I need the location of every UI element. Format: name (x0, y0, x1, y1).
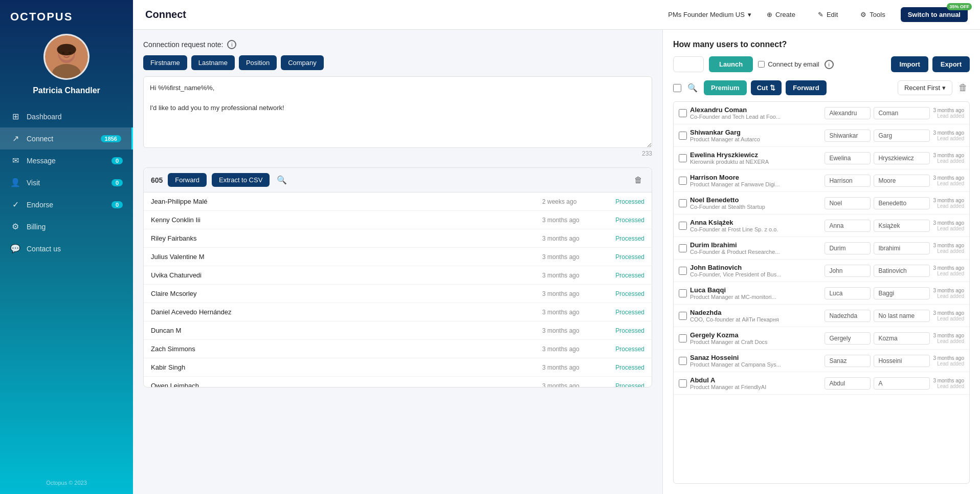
premium-filter-button[interactable]: Premium (704, 80, 747, 95)
lead-lastname-input[interactable] (874, 130, 930, 142)
lead-lastname-input[interactable] (874, 220, 930, 232)
list-item[interactable]: Duncan M 3 months ago Processed (144, 321, 652, 340)
plan-selector[interactable]: PMs Founder Medium US ▾ (668, 11, 751, 18)
lead-row[interactable]: Sanaz Hosseini Product Manager at Campan… (674, 350, 969, 372)
sidebar-item-billing[interactable]: ⚙ Billing (0, 216, 133, 238)
sidebar-item-endorse[interactable]: ✓ Endorse 0 (0, 194, 133, 216)
firstname-tag-button[interactable]: Firstname (143, 55, 187, 70)
sidebar-item-visit[interactable]: 👤 Visit 0 (0, 171, 133, 194)
switch-annual-button[interactable]: Switch to annual 35% OFF (901, 7, 968, 22)
lead-checkbox[interactable] (679, 267, 687, 275)
note-textarea[interactable]: Hi %%first_name%%, I'd like to add you t… (143, 76, 652, 148)
lead-row[interactable]: John Batinovich Co-Founder, Vice Preside… (674, 260, 969, 282)
lead-row[interactable]: Abdul A Product Manager at FriendlyAI 3 … (674, 372, 969, 395)
lead-lastname-input[interactable] (874, 197, 930, 209)
lead-lastname-input[interactable] (874, 355, 930, 367)
list-item[interactable]: Kenny Conklin Iii 3 months ago Processed (144, 211, 652, 229)
lead-firstname-input[interactable] (825, 265, 871, 277)
lead-checkbox[interactable] (679, 109, 687, 117)
recent-dropdown[interactable]: Recent First ▾ (898, 80, 952, 95)
list-item[interactable]: Riley Fairbanks 3 months ago Processed (144, 229, 652, 248)
lead-row[interactable]: Luca Baqqi Product Manager at MC-monitor… (674, 282, 969, 305)
lead-checkbox[interactable] (679, 312, 687, 320)
lead-lastname-input[interactable] (874, 107, 930, 119)
sidebar-item-contact[interactable]: 💬 Contact us (0, 238, 133, 260)
lead-firstname-input[interactable] (825, 355, 871, 367)
lead-lastname-input[interactable] (874, 332, 930, 345)
lead-row[interactable]: Anna Książek Co-Founder at Frost Line Sp… (674, 214, 969, 237)
forward-button[interactable]: Forward (168, 173, 207, 187)
extract-csv-button[interactable]: Extract to CSV (212, 173, 270, 187)
connect-by-email-checkbox[interactable] (758, 61, 765, 68)
lead-row[interactable]: Shiwankar Garg Product Manager at Autarc… (674, 124, 969, 147)
user-count-input[interactable] (673, 56, 704, 72)
connect-by-email-label[interactable]: Connect by email i (758, 60, 886, 69)
import-button[interactable]: Import (891, 56, 928, 72)
lead-checkbox[interactable] (679, 379, 687, 388)
lead-firstname-input[interactable] (825, 242, 871, 254)
lead-firstname-input[interactable] (825, 332, 871, 345)
lead-checkbox[interactable] (679, 222, 687, 230)
lead-firstname-input[interactable] (825, 197, 871, 209)
leads-delete-button[interactable]: 🗑 (956, 80, 970, 95)
lead-firstname-input[interactable] (825, 152, 871, 164)
note-info-icon[interactable]: i (227, 40, 236, 49)
create-button[interactable]: ⊕ Create (760, 7, 803, 22)
lastname-tag-button[interactable]: Lastname (191, 55, 235, 70)
list-item[interactable]: Kabir Singh 3 months ago Processed (144, 358, 652, 377)
select-all-checkbox[interactable] (673, 84, 681, 92)
lead-firstname-input[interactable] (825, 310, 871, 322)
lead-checkbox[interactable] (679, 154, 687, 162)
lead-firstname-input[interactable] (825, 107, 871, 119)
lead-checkbox[interactable] (679, 357, 687, 365)
lead-row[interactable]: Noel Benedetto Co-Founder at Stealth Sta… (674, 192, 969, 214)
sidebar-item-message[interactable]: ✉ Message 0 (0, 149, 133, 171)
list-item[interactable]: Uvika Chaturvedi 3 months ago Processed (144, 266, 652, 285)
list-item[interactable]: Jean-Philippe Malé 2 weeks ago Processed (144, 192, 652, 211)
lead-lastname-input[interactable] (874, 265, 930, 277)
lead-row[interactable]: Alexandru Coman Co-Founder and Tech Lead… (674, 102, 969, 124)
lead-checkbox[interactable] (679, 289, 687, 297)
lead-row[interactable]: Durim Ibrahimi Co-Founder & Product Rese… (674, 237, 969, 260)
lead-firstname-input[interactable] (825, 175, 871, 187)
lead-lastname-input[interactable] (874, 310, 930, 322)
lead-checkbox[interactable] (679, 132, 687, 140)
lead-checkbox[interactable] (679, 177, 687, 185)
sidebar-item-connect[interactable]: ↗ Connect 1856 (0, 127, 133, 149)
lead-lastname-input[interactable] (874, 287, 930, 299)
lead-firstname-input[interactable] (825, 220, 871, 232)
lead-lastname-input[interactable] (874, 175, 930, 187)
email-info-icon[interactable]: i (825, 60, 834, 69)
edit-button[interactable]: ✎ Edit (811, 7, 845, 22)
lead-lastname-input[interactable] (874, 152, 930, 164)
sidebar-item-dashboard[interactable]: ⊞ Dashboard (0, 105, 133, 127)
leads-search-button[interactable]: 🔍 (685, 81, 700, 95)
lead-row[interactable]: Nadezhda COO, Co-founder at АйТи Пекарня… (674, 305, 969, 327)
lead-checkbox[interactable] (679, 199, 687, 207)
lead-info: Sanaz Hosseini Product Manager at Campan… (690, 354, 821, 368)
lead-firstname-input[interactable] (825, 377, 871, 390)
tools-button[interactable]: ⚙ Tools (853, 7, 892, 22)
list-item[interactable]: Claire Mcsorley 3 months ago Processed (144, 285, 652, 303)
list-item[interactable]: Julius Valentine M 3 months ago Processe… (144, 248, 652, 266)
lead-row[interactable]: Ewelina Hryszkiewicz Kierownik produktu … (674, 147, 969, 169)
list-delete-button[interactable]: 🗑 (632, 174, 644, 187)
launch-button[interactable]: Launch (709, 56, 753, 72)
lead-checkbox[interactable] (679, 334, 687, 342)
lead-lastname-input[interactable] (874, 377, 930, 390)
lead-firstname-input[interactable] (825, 130, 871, 142)
cut-filter-button[interactable]: Cut ⇅ (751, 80, 782, 95)
company-tag-button[interactable]: Company (281, 55, 324, 70)
list-item[interactable]: Daniel Acevedo Hernández 3 months ago Pr… (144, 303, 652, 321)
position-tag-button[interactable]: Position (239, 55, 277, 70)
lead-row[interactable]: Harrison Moore Product Manager at Fanwav… (674, 169, 969, 192)
export-button[interactable]: Export (932, 56, 970, 72)
lead-checkbox[interactable] (679, 244, 687, 252)
list-item[interactable]: Zach Simmons 3 months ago Processed (144, 340, 652, 358)
list-search-button[interactable]: 🔍 (275, 173, 289, 187)
list-item[interactable]: Owen Leimbach 3 months ago Processed (144, 377, 652, 387)
lead-firstname-input[interactable] (825, 287, 871, 299)
lead-row[interactable]: Gergely Kozma Product Manager at Craft D… (674, 327, 969, 350)
forward-filter-button[interactable]: Forward (786, 80, 826, 95)
lead-lastname-input[interactable] (874, 242, 930, 254)
